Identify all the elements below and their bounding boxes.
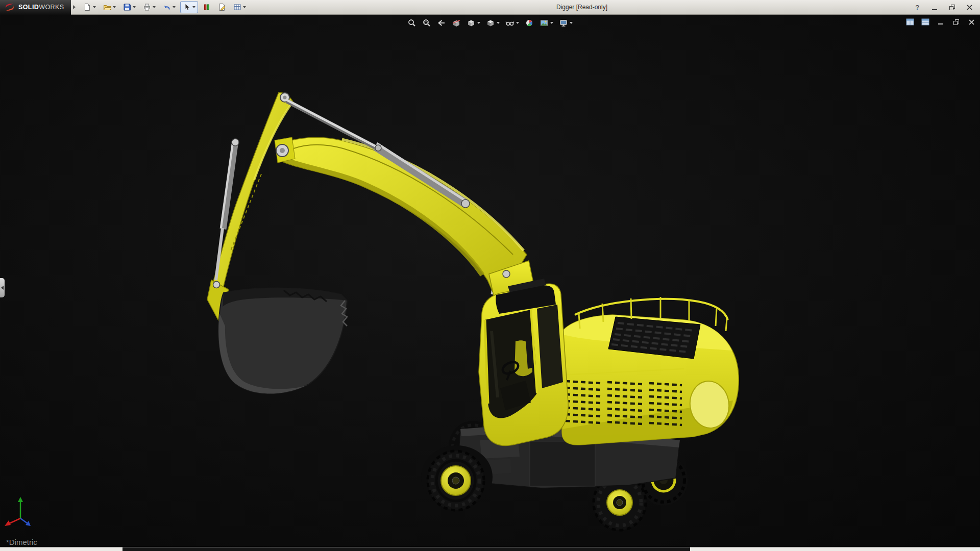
help-button[interactable]: ? [913,3,922,12]
view-settings-button[interactable] [558,17,574,29]
hide-show-items-button[interactable] [504,17,520,29]
options-grid-icon [233,3,241,11]
stick-top-pin-center [283,96,287,99]
select-tool-button[interactable] [180,1,198,13]
split-view-horizontal-icon [921,18,929,26]
close-icon [969,19,974,25]
zoom-to-area-icon [422,18,431,28]
solidworks-window: SOLIDWORKS [0,0,980,551]
file-properties-button[interactable] [215,1,229,13]
dropdown-caret-icon [192,6,195,8]
dropdown-caret-icon [243,6,246,8]
view-orientation-button[interactable] [465,17,481,29]
orientation-label: *Dimetric [6,538,37,546]
window-title: Digger [Read-only] [556,4,607,11]
section-view-icon [452,18,461,28]
reference-triad [4,495,40,531]
dropdown-caret-icon [477,22,480,24]
minimize-button[interactable] [930,3,939,12]
title-bar: SOLIDWORKS [0,0,980,15]
graphics-viewport[interactable]: *Dimetric [0,15,980,547]
file-properties-icon [218,3,226,11]
split-view-button-2[interactable] [921,18,930,26]
document-window-controls [905,18,976,26]
split-view-button-1[interactable] [905,18,915,26]
dropdown-caret-icon [570,22,573,24]
edit-appearance-button[interactable] [524,17,535,29]
open-folder-icon [103,3,111,11]
selection-filter-button[interactable] [200,1,213,13]
undo-button[interactable] [160,1,178,13]
split-view-icon [906,18,914,26]
dropdown-caret-ic0n [550,22,553,24]
previous-view-button[interactable] [436,17,447,29]
save-button[interactable] [120,1,138,13]
previous-view-icon [437,18,446,28]
close-icon [967,5,972,10]
print-icon [143,3,151,11]
status-strip-center [122,547,690,551]
triad-y-axis [18,497,23,502]
triad-x-axis [5,520,11,526]
apply-scene-button[interactable] [538,17,554,29]
boom-stick-pin-center [280,148,285,153]
panel-expand-handle[interactable] [0,278,5,297]
section-view-button[interactable] [451,17,462,29]
doc-restore-button[interactable] [951,18,961,26]
undo-arrow-icon [163,3,171,11]
title-bar-controls: ? [913,3,980,12]
dropdown-caret-icon [133,6,136,8]
wheel-front-left[interactable] [428,451,484,510]
chevron-left-icon [1,286,4,290]
selection-filter-icon [203,3,211,11]
view-orientation-icon [467,18,476,28]
dropdown-caret-icon [93,6,96,8]
new-document-icon [83,3,91,11]
view-settings-icon [559,18,568,28]
status-strip-right [690,547,980,551]
zoom-to-area-button[interactable] [421,17,432,29]
open-button[interactable] [101,1,118,13]
options-button[interactable] [231,1,249,13]
heads-up-view-toolbar [406,17,574,29]
cab[interactable] [479,279,568,445]
new-document-button[interactable] [81,1,99,13]
hide-show-items-icon [505,18,514,28]
dropdown-caret-icon [497,22,500,24]
brand-light: WORKS [39,4,64,11]
minimize-icon [932,9,937,10]
restore-icon [953,19,959,25]
restore-button[interactable] [947,3,957,12]
apply-scene-icon [540,18,549,28]
menu-flyout-icon[interactable] [73,5,76,9]
close-button[interactable] [965,3,974,12]
dropdown-caret-icon [113,6,116,8]
solidworks-logo: SOLIDWORKS [0,0,71,15]
select-cursor-icon [183,3,191,11]
triad-z-axis [26,521,31,526]
zoom-to-fit-button[interactable] [406,17,418,29]
dropdown-caret-icon [153,6,156,8]
status-strip-left [0,547,122,551]
brand-bold: SOLID [18,4,39,11]
save-floppy-icon [123,3,131,11]
doc-close-button[interactable] [967,18,976,26]
brand-text: SOLIDWORKS [18,4,64,11]
display-style-icon [486,18,495,28]
dropdown-caret-icon [173,6,176,8]
restore-icon [949,5,955,10]
main-toolbar [79,1,249,13]
doc-minimize-button[interactable] [936,18,945,26]
print-button[interactable] [140,1,158,13]
model-canvas[interactable] [0,15,980,547]
minimize-icon [938,23,943,24]
dropdown-caret-icon [516,22,519,24]
status-strip [0,547,980,551]
zoom-to-fit-icon [407,18,416,28]
solidworks-logo-icon [4,2,15,13]
edit-appearance-icon [525,18,534,28]
display-style-button[interactable] [485,17,501,29]
